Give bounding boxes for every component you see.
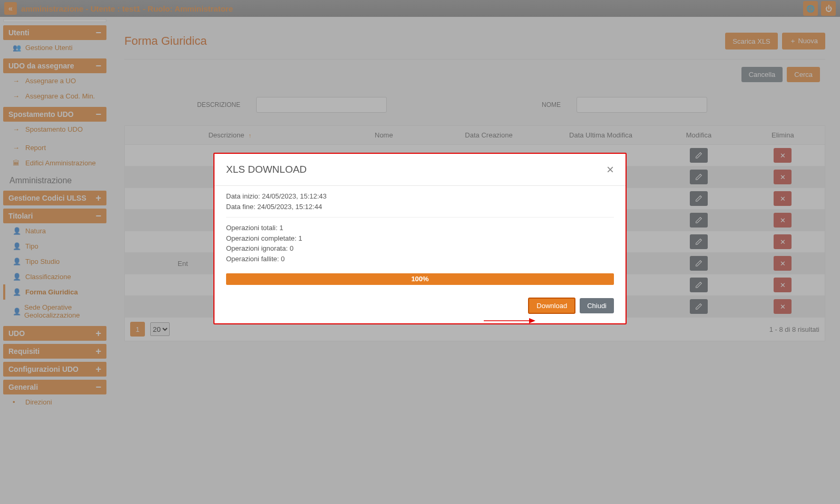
modal-ops-ignored: Operazioni ignorata: 0: [226, 243, 614, 254]
download-button[interactable]: Download: [528, 298, 575, 314]
modal-ops-total: Operazioni totali: 1: [226, 223, 614, 233]
modal-overlay: XLS DOWNLOAD × Data inizio: 24/05/2023, …: [0, 0, 840, 504]
xls-download-modal: XLS DOWNLOAD × Data inizio: 24/05/2023, …: [213, 153, 627, 324]
modal-end-time: Data fine: 24/05/2023, 15:12:44: [226, 202, 614, 212]
modal-close-button[interactable]: ×: [607, 162, 614, 177]
chiudi-button[interactable]: Chiudi: [580, 298, 614, 313]
modal-start-time: Data inizio: 24/05/2023, 15:12:43: [226, 191, 614, 202]
modal-title: XLS DOWNLOAD: [226, 164, 307, 175]
modal-ops-completed: Operazioni completate: 1: [226, 233, 614, 244]
progress-bar: 100%: [226, 273, 614, 285]
modal-ops-failed: Operazioni fallite: 0: [226, 254, 614, 264]
